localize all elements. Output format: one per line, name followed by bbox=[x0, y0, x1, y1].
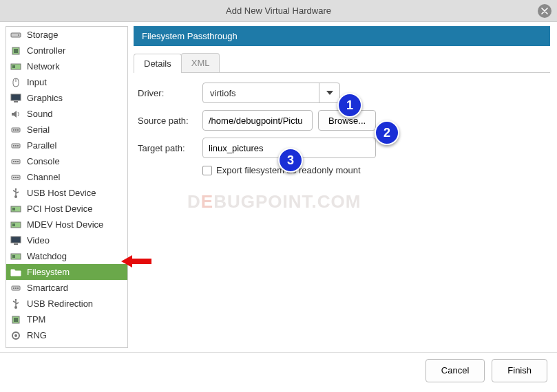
sidebar-item-label: Graphics bbox=[27, 93, 63, 103]
svg-point-41 bbox=[15, 298, 17, 300]
svg-rect-38 bbox=[15, 287, 17, 289]
svg-rect-19 bbox=[13, 161, 14, 162]
chip-icon bbox=[10, 45, 21, 56]
tab-xml[interactable]: XML bbox=[181, 53, 220, 72]
disk-icon bbox=[10, 30, 21, 41]
card-icon bbox=[10, 219, 21, 230]
sidebar-item-channel[interactable]: Channel bbox=[6, 169, 127, 185]
port-icon bbox=[10, 156, 21, 167]
card-icon bbox=[10, 204, 21, 215]
sidebar-item-label: Smartcard bbox=[27, 283, 68, 293]
sidebar-item-label: Channel bbox=[27, 172, 60, 182]
svg-rect-12 bbox=[15, 129, 17, 131]
driver-dropdown-button[interactable] bbox=[319, 83, 339, 102]
sidebar-item-label: USB Host Device bbox=[27, 188, 96, 198]
readonly-checkbox[interactable] bbox=[202, 166, 212, 175]
monitor-icon bbox=[10, 235, 21, 246]
window-titlebar: Add New Virtual Hardware bbox=[0, 0, 557, 22]
speaker-icon bbox=[10, 109, 21, 120]
sidebar-item-storage[interactable]: Storage bbox=[6, 27, 127, 43]
folder-icon bbox=[10, 267, 21, 278]
sidebar-item-label: Controller bbox=[27, 45, 65, 56]
chip-icon bbox=[10, 314, 21, 325]
annotation-3: 3 bbox=[278, 148, 303, 173]
window-title: Add New Virtual Hardware bbox=[226, 6, 331, 16]
svg-rect-9 bbox=[14, 101, 18, 102]
sidebar-item-watchdog[interactable]: Watchdog bbox=[6, 248, 127, 264]
driver-label: Driver: bbox=[138, 88, 197, 98]
port-icon bbox=[10, 124, 21, 135]
sidebar-item-label: Video bbox=[27, 235, 50, 246]
sidebar-item-input[interactable]: Input bbox=[6, 74, 127, 90]
sidebar-item-usb-host-device[interactable]: USB Host Device bbox=[6, 185, 127, 201]
port-icon bbox=[10, 140, 21, 151]
svg-rect-3 bbox=[14, 49, 18, 53]
mouse-icon bbox=[10, 77, 21, 88]
sidebar-item-label: USB Redirection bbox=[27, 298, 93, 309]
tab-details[interactable]: Details bbox=[134, 54, 182, 73]
sidebar-item-label: Parallel bbox=[27, 140, 56, 151]
port-icon bbox=[10, 172, 21, 183]
sidebar-item-label: Console bbox=[27, 156, 60, 166]
svg-rect-39 bbox=[17, 287, 19, 289]
svg-point-46 bbox=[12, 348, 19, 349]
source-path-label: Source path: bbox=[138, 116, 197, 126]
close-icon bbox=[541, 8, 548, 14]
sidebar-item-pci-host-device[interactable]: PCI Host Device bbox=[6, 201, 127, 217]
sidebar-item-filesystem[interactable]: Filesystem bbox=[6, 264, 127, 280]
dialog-footer: Cancel Finish bbox=[0, 352, 557, 388]
sidebar-item-label: Input bbox=[27, 77, 47, 87]
sidebar-item-graphics[interactable]: Graphics bbox=[6, 90, 127, 106]
sidebar-item-parallel[interactable]: Parallel bbox=[6, 138, 127, 153]
sidebar-item-smartcard[interactable]: Smartcard bbox=[6, 280, 127, 296]
svg-point-27 bbox=[15, 188, 17, 189]
sidebar-item-label: MDEV Host Device bbox=[27, 219, 103, 230]
window-close-button[interactable] bbox=[538, 4, 551, 18]
usb-icon bbox=[10, 298, 21, 309]
sidebar-item-label: Serial bbox=[27, 124, 50, 135]
svg-rect-37 bbox=[13, 287, 14, 289]
svg-rect-17 bbox=[17, 145, 19, 146]
annotation-1: 1 bbox=[337, 93, 362, 118]
source-path-input[interactable] bbox=[202, 110, 313, 131]
driver-select[interactable]: virtiofs bbox=[202, 83, 340, 103]
sidebar-item-video[interactable]: Video bbox=[6, 232, 127, 248]
svg-rect-32 bbox=[11, 237, 21, 243]
content-panel: Filesystem Passthrough DetailsXML Driver… bbox=[131, 22, 557, 352]
hardware-sidebar: StorageControllerNetworkInputGraphicsSou… bbox=[6, 26, 128, 348]
sidebar-item-sound[interactable]: Sound bbox=[6, 106, 127, 122]
svg-rect-29 bbox=[12, 208, 15, 210]
sidebar-item-network[interactable]: Network bbox=[6, 58, 127, 74]
sidebar-item-label: Watchdog bbox=[27, 251, 67, 261]
usb-icon bbox=[10, 188, 21, 199]
svg-rect-21 bbox=[17, 161, 19, 162]
finish-button[interactable]: Finish bbox=[492, 359, 547, 382]
sidebar-item-label: Network bbox=[27, 61, 60, 72]
svg-rect-16 bbox=[15, 145, 17, 146]
annotation-2: 2 bbox=[375, 120, 399, 145]
sidebar-item-mdev-host-device[interactable]: MDEV Host Device bbox=[6, 217, 127, 232]
sidebar-item-panic-notifier[interactable]: Panic Notifier bbox=[6, 343, 127, 348]
sidebar-item-label: PCI Host Device bbox=[27, 204, 92, 214]
sidebar-item-console[interactable]: Console bbox=[6, 153, 127, 169]
monitor-icon bbox=[10, 93, 21, 104]
gear-icon bbox=[10, 330, 21, 341]
svg-rect-43 bbox=[14, 318, 18, 322]
svg-rect-20 bbox=[15, 161, 17, 162]
target-path-label: Target path: bbox=[138, 143, 197, 153]
sidebar-item-label: Panic Notifier bbox=[27, 346, 80, 348]
sidebar-item-label: RNG bbox=[27, 330, 47, 340]
cancel-button[interactable]: Cancel bbox=[425, 359, 485, 382]
svg-rect-23 bbox=[13, 177, 14, 178]
port-icon bbox=[10, 283, 21, 294]
card-icon bbox=[10, 251, 21, 262]
svg-point-1 bbox=[18, 34, 19, 36]
sidebar-item-serial[interactable]: Serial bbox=[6, 122, 127, 138]
chevron-down-icon bbox=[326, 91, 333, 95]
sidebar-item-controller[interactable]: Controller bbox=[6, 43, 127, 58]
sidebar-item-tpm[interactable]: TPM bbox=[6, 312, 127, 327]
svg-rect-25 bbox=[17, 177, 19, 178]
sidebar-item-rng[interactable]: RNG bbox=[6, 327, 127, 343]
card-icon bbox=[10, 61, 21, 72]
sidebar-item-usb-redirection[interactable]: USB Redirection bbox=[6, 296, 127, 312]
